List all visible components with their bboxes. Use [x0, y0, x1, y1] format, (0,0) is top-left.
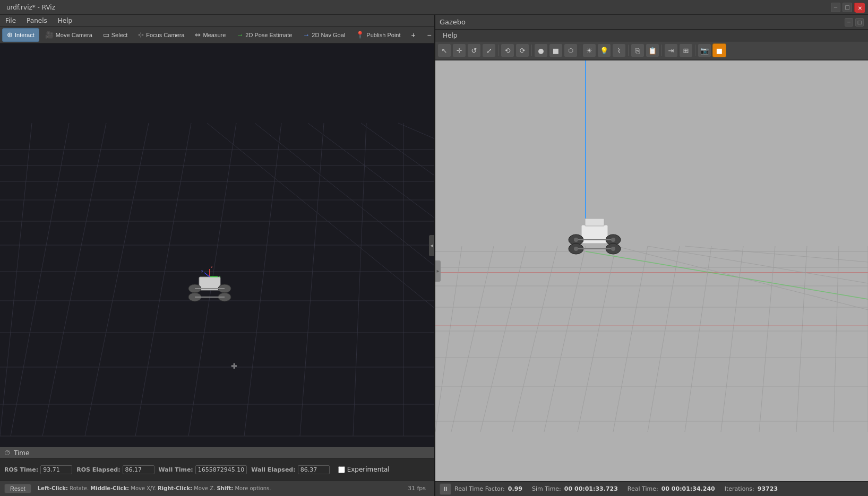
- gazebo-robot: [563, 214, 626, 267]
- time-panel-body: ROS Time: 93.71 ROS Elapsed: 86.17 Wall …: [0, 459, 434, 480]
- tool-move-camera[interactable]: 🎥 Move Camera: [40, 28, 97, 42]
- gz-tool-screenshot[interactable]: 📷: [698, 43, 711, 57]
- gz-tool-cylinder[interactable]: ⬡: [564, 43, 578, 57]
- iterations-label: Iterations:: [725, 485, 754, 492]
- gz-tool-snap[interactable]: ⊞: [679, 43, 693, 57]
- gz-tool-pointer[interactable]: ↖: [437, 43, 451, 57]
- gz-tool-sphere[interactable]: ●: [534, 43, 548, 57]
- gazebo-menubar: Help: [435, 30, 868, 41]
- gz-sep-4: [628, 45, 629, 56]
- svg-rect-73: [585, 219, 604, 226]
- gazebo-viewport[interactable]: ▸: [435, 60, 868, 481]
- rviz-toolbar: ⊕ Interact 🎥 Move Camera ▭ Select ⊹ Focu…: [0, 27, 434, 43]
- tool-select[interactable]: ▭ Select: [98, 28, 133, 42]
- rviz-titlebar: urdf.rviz* - RViz ─ □ ✕: [0, 0, 868, 15]
- pose-icon: →: [236, 31, 243, 39]
- ros-time-field: ROS Time: 93.71: [4, 465, 72, 474]
- gz-tool-spot-light[interactable]: 💡: [597, 43, 611, 57]
- wall-elapsed-field: Wall Elapsed: 86.37: [251, 465, 329, 474]
- real-time-value: 00 00:01:34.240: [661, 485, 715, 492]
- experimental-checkbox[interactable]: [338, 466, 345, 473]
- rviz-viewport[interactable]: z x y ✛ ◂: [0, 43, 434, 447]
- gazebo-restore-btn[interactable]: □: [855, 18, 864, 27]
- fps-display: 31 fps: [408, 485, 430, 492]
- tool-measure[interactable]: ⇔ Measure: [190, 28, 230, 42]
- gazebo-collapse-left-btn[interactable]: ▸: [435, 260, 441, 282]
- nav-icon: →: [303, 31, 310, 39]
- measure-icon: ⇔: [195, 31, 201, 39]
- experimental-row: Experimental: [338, 466, 390, 473]
- toolbar-minus-btn[interactable]: −: [423, 28, 436, 42]
- tool-publish-point[interactable]: 📍 Publish Point: [351, 28, 405, 42]
- gazebo-toolbar: ↖ ✛ ↺ ⤢ ⟲ ⟳ ● ■ ⬡ ☀ 💡 ⌇ ⎘ 📋 ⇥ ⊞: [435, 41, 868, 60]
- focus-icon: ⊹: [138, 31, 144, 39]
- gazebo-win-controls: ─ □: [845, 18, 864, 27]
- time-panel-title: Time: [14, 449, 29, 457]
- gz-sep-2: [531, 45, 532, 56]
- ros-elapsed-field: ROS Elapsed: 86.17: [76, 465, 154, 474]
- svg-text:x: x: [219, 275, 221, 279]
- select-icon: ▭: [103, 31, 109, 39]
- gz-tool-box[interactable]: ■: [549, 43, 563, 57]
- gazebo-window-title: Gazebo: [440, 18, 466, 26]
- ros-elapsed-value: 86.17: [123, 465, 154, 474]
- svg-line-38: [204, 273, 210, 277]
- rviz-maximize-btn[interactable]: □: [843, 3, 852, 12]
- wall-elapsed-label: Wall Elapsed:: [251, 466, 295, 473]
- svg-rect-42: [435, 60, 868, 481]
- gz-tool-paste[interactable]: 📋: [646, 43, 659, 57]
- tool-focus-camera[interactable]: ⊹ Focus Camera: [133, 28, 189, 42]
- gz-tool-scale[interactable]: ⤢: [482, 43, 496, 57]
- sim-time-value: 00 00:01:33.723: [564, 485, 618, 492]
- wall-time-label: Wall Time:: [159, 466, 193, 473]
- rviz-robot: z x y: [183, 266, 236, 309]
- ros-elapsed-label: ROS Elapsed:: [76, 466, 120, 473]
- gz-tool-rotate[interactable]: ↺: [467, 43, 481, 57]
- gazebo-titlebar: Gazebo ─ □: [435, 15, 868, 30]
- toolbar-plus-btn[interactable]: +: [407, 28, 420, 42]
- viewport-collapse-btn[interactable]: ◂: [429, 235, 434, 256]
- gz-sep-3: [580, 45, 580, 56]
- menu-help[interactable]: Help: [53, 15, 78, 26]
- svg-point-83: [611, 247, 615, 251]
- clock-icon: ⏱: [4, 449, 11, 457]
- gz-sep-5: [661, 45, 662, 56]
- wall-elapsed-value: 86.37: [298, 465, 330, 474]
- svg-text:z: z: [211, 266, 212, 268]
- gazebo-panel: Gazebo ─ □ Help ↖ ✛ ↺ ⤢ ⟲ ⟳ ● ■ ⬡: [435, 15, 868, 496]
- time-panel-header: ⏱ Time ✕: [0, 447, 434, 459]
- gz-tool-align[interactable]: ⇥: [664, 43, 678, 57]
- gz-tool-translate[interactable]: ✛: [452, 43, 466, 57]
- gz-tool-dir-light[interactable]: ⌇: [612, 43, 626, 57]
- menu-file[interactable]: File: [0, 15, 21, 26]
- reset-button[interactable]: Reset: [4, 484, 31, 493]
- gazebo-grid-svg: [435, 60, 868, 481]
- tool-nav-goal[interactable]: → 2D Nav Goal: [298, 28, 350, 42]
- menu-panels[interactable]: Panels: [21, 15, 53, 26]
- rviz-menubar: File Panels Help: [0, 15, 434, 27]
- publish-icon: 📍: [356, 31, 364, 39]
- gz-tool-active[interactable]: ■: [712, 43, 726, 57]
- gz-tool-redo[interactable]: ⟳: [515, 43, 529, 57]
- rviz-grid: [0, 43, 434, 447]
- main-layout: File Panels Help ⊕ Interact 🎥 Move Camer…: [0, 15, 868, 496]
- real-time-label: Real Time:: [628, 485, 658, 492]
- interact-icon: ⊕: [7, 31, 13, 39]
- gazebo-pause-btn[interactable]: ⏸: [440, 483, 451, 495]
- gazebo-menu-help[interactable]: Help: [437, 30, 462, 41]
- rviz-window-title: urdf.rviz* - RViz: [6, 4, 55, 11]
- tool-interact[interactable]: ⊕ Interact: [2, 28, 39, 42]
- gz-tool-point-light[interactable]: ☀: [582, 43, 596, 57]
- rviz-minimize-btn[interactable]: ─: [831, 3, 840, 12]
- camera-icon: 🎥: [45, 31, 54, 39]
- gazebo-statusbar: ⏸ Real Time Factor: 0.99 Sim Time: 00 00…: [435, 481, 868, 496]
- gz-tool-copy[interactable]: ⎘: [631, 43, 644, 57]
- tool-pose-estimate[interactable]: → 2D Pose Estimate: [231, 28, 297, 42]
- gz-tool-undo[interactable]: ⟲: [501, 43, 514, 57]
- gz-sep-6: [695, 45, 695, 56]
- svg-point-82: [574, 247, 578, 251]
- iterations-value: 93723: [758, 485, 778, 492]
- gz-sep-1: [498, 45, 499, 56]
- ros-time-value: 93.71: [40, 465, 72, 474]
- gazebo-minimize-btn[interactable]: ─: [845, 18, 853, 27]
